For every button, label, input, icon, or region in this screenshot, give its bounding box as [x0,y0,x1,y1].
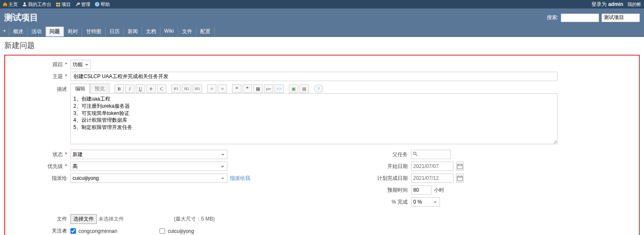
description-label: 描述 [11,84,70,93]
editor-attach-button[interactable]: ▦ [300,84,309,93]
nav-projects[interactable]: 项目 [56,1,71,8]
tracker-select[interactable]: 功能 [70,60,91,69]
nav-help[interactable]: ?帮助 [95,1,110,8]
assignee-label: 指派给 [11,173,70,182]
assignee-select[interactable]: cuicuijiyong [70,173,227,183]
user-icon [22,2,27,7]
svg-rect-13 [457,176,462,181]
search-icon [413,151,418,157]
watcher-checkbox-2[interactable]: cuicuijiyong [160,228,194,234]
logged-in-label: 登录为 admin [591,1,623,8]
editor-ul-button[interactable]: ≡ [207,84,216,93]
status-label: 状态 * [11,150,70,158]
nav-mywork[interactable]: 我的工作台 [22,1,51,8]
projects-icon [56,2,61,7]
nav-my-account[interactable]: 我的帐 [627,1,641,8]
editor-tab-preview[interactable]: 预览 [90,84,109,94]
tracker-label: 跟踪 * [11,60,70,68]
tab-issues[interactable]: 问题 [46,27,64,36]
editor-quote-out-button[interactable]: ❞ [243,84,252,93]
tab-files[interactable]: 文件 [178,27,196,36]
watcher-1-checkbox[interactable] [70,228,76,234]
nav-manage[interactable]: 管理 [75,1,90,8]
hours-unit: 小时 [434,187,444,194]
editor-underline-button[interactable]: U [136,84,145,93]
due-date-label: 计划完成日期 [326,173,411,182]
watcher-2-checkbox[interactable] [160,228,165,234]
project-header: 测试项目 搜索: [0,8,644,27]
svg-line-8 [416,154,417,156]
editor-h1-button[interactable]: H1 [171,84,181,93]
status-select[interactable]: 新建 [70,150,227,159]
tab-docs[interactable]: 文档 [142,27,160,36]
tab-time[interactable]: 耗时 [64,27,82,36]
percent-done-label: % 完成 [326,197,411,206]
percent-done-select[interactable]: 0 % [411,197,440,207]
file-none-text: 未选择文件 [98,215,124,223]
editor-codeblock-button[interactable]: <> [274,84,284,93]
description-textarea[interactable] [70,93,557,144]
home-icon [3,2,8,7]
svg-rect-9 [457,165,462,169]
start-date-label: 开始日期 [326,162,411,170]
project-title: 测试项目 [4,12,38,23]
tab-news[interactable]: 新闻 [124,27,142,36]
parent-label: 父任务 [326,150,411,158]
estimated-hours-input[interactable] [411,185,431,195]
start-date-picker-button[interactable] [456,162,464,171]
editor-h2-button[interactable]: H2 [182,84,191,93]
search-input[interactable] [561,14,599,22]
due-date-input[interactable] [411,173,454,183]
main-tabs: + 概述 活动 问题 耗时 甘特图 日历 新闻 文档 Wiki 文件 配置 [0,27,644,37]
editor-strike-button[interactable]: S [146,84,156,93]
subject-input[interactable] [70,72,557,81]
editor-italic-button[interactable]: I [125,84,134,93]
tab-calendar[interactable]: 日历 [106,27,124,36]
priority-select[interactable]: 高 [70,162,227,171]
assign-to-me-link[interactable]: 指派给我 [230,175,250,182]
svg-rect-2 [59,3,60,4]
file-select-button[interactable]: 选择文件 [70,214,97,224]
svg-point-0 [24,3,26,5]
svg-text:?: ? [96,3,98,6]
files-label: 文件 [11,215,70,223]
tab-settings[interactable]: 配置 [196,27,215,36]
wrench-icon [75,2,80,7]
tab-activity[interactable]: 活动 [28,27,46,36]
svg-point-7 [414,152,416,155]
editor-h3-button[interactable]: H3 [193,84,202,93]
editor-toolbar: B I U S C H1 H2 H3 ≡ ≡ ❝ ❞ [112,84,326,94]
file-hint: (最大尺寸：5 MB) [174,215,215,223]
watchers-label: 关注者 [11,227,70,235]
editor-pre-button[interactable]: pre [264,84,273,93]
calendar-icon [457,175,463,181]
editor-code-button[interactable]: C [157,84,166,93]
editor-bold-button[interactable]: B [115,84,124,93]
help-icon: ? [95,2,100,7]
tab-gantt[interactable]: 甘特图 [82,27,106,36]
tab-wiki[interactable]: Wiki [160,27,178,36]
svg-rect-4 [59,5,60,7]
project-jump-select[interactable] [602,14,640,22]
editor-image-button[interactable]: ▣ [289,84,298,93]
due-date-picker-button[interactable] [456,173,464,183]
issue-form: 跟踪 * 功能 主题 * 描述 编辑 预览 B I U S C [4,55,640,235]
editor-table-button[interactable]: ▦ [253,84,263,93]
page-title: 新建问题 [4,40,640,50]
start-date-input[interactable] [411,162,454,171]
editor-tab-edit[interactable]: 编辑 [70,84,90,94]
editor-quote-in-button[interactable]: ❝ [232,84,241,93]
search-label: 搜索: [547,14,558,21]
tab-overview[interactable]: 概述 [9,27,28,36]
priority-label: 优先级 * [11,162,70,170]
calendar-icon [457,163,463,169]
estimated-label: 预期时间 [326,185,411,194]
watcher-checkbox-1[interactable]: congcongminnan [70,228,117,234]
editor-help-button[interactable]: ? [314,84,323,93]
top-nav: 主页 我的工作台 项目 管理 ?帮助 登录为 admin 我的帐 [0,0,644,8]
svg-rect-3 [56,5,58,7]
nav-home[interactable]: 主页 [3,1,18,8]
editor-ol-button[interactable]: ≡ [218,84,227,93]
svg-rect-1 [56,3,58,4]
tab-new[interactable]: + [0,27,9,36]
